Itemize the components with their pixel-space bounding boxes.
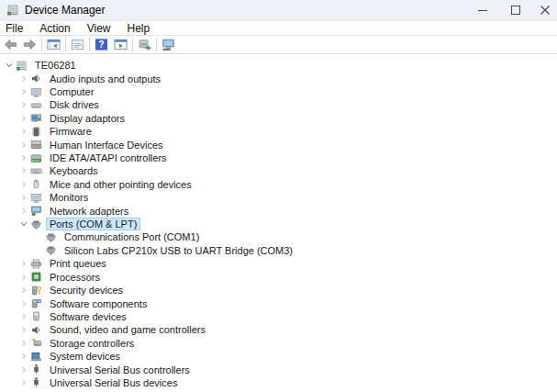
tree-item-keyboards[interactable]: Keyboards xyxy=(0,164,557,177)
tree-item-label: Mice and other pointing devices xyxy=(46,178,195,191)
action-pane-button[interactable] xyxy=(111,37,130,53)
device-manager-window: Device Manager FileActionViewHelp ? TE06… xyxy=(0,0,557,392)
menu-help[interactable]: Help xyxy=(119,21,159,35)
software-device-icon xyxy=(30,310,42,322)
tree-item-communications-port-com1[interactable]: Communications Port (COM1) xyxy=(0,230,557,243)
toolbar-separator xyxy=(65,38,66,51)
chevron-right-icon[interactable] xyxy=(18,338,29,349)
tree-item-monitors[interactable]: Monitors xyxy=(0,191,557,204)
tree-item-ports-com-lpt[interactable]: Ports (COM & LPT) xyxy=(0,218,557,230)
action-pane-icon xyxy=(114,38,128,51)
chevron-right-icon[interactable] xyxy=(18,324,29,335)
tree-item-network-adapters[interactable]: Network adapters xyxy=(0,204,557,217)
chevron-right-icon[interactable] xyxy=(18,258,29,269)
chevron-right-icon[interactable] xyxy=(18,285,29,296)
chevron-right-icon[interactable] xyxy=(18,272,29,283)
chevron-right-icon[interactable] xyxy=(18,86,29,97)
chevron-right-icon[interactable] xyxy=(18,140,29,151)
tree-item-label: Keyboards xyxy=(46,164,102,177)
svg-text:?: ? xyxy=(98,39,104,50)
chevron-down-icon[interactable] xyxy=(4,60,15,71)
tree-item-print-queues[interactable]: Print queues xyxy=(0,257,557,270)
menu-bar: FileActionViewHelp xyxy=(0,21,557,36)
tree-item-processors[interactable]: Processors xyxy=(0,271,557,284)
tree-item-label: Universal Serial Bus controllers xyxy=(46,364,194,376)
title-bar: Device Manager xyxy=(0,0,557,21)
tree-item-universal-serial-bus-controllers[interactable]: Universal Serial Bus controllers xyxy=(0,363,557,375)
chevron-down-icon[interactable] xyxy=(18,218,29,230)
toolbar-separator xyxy=(89,38,90,51)
back-arrow-button[interactable] xyxy=(1,37,20,53)
speaker-icon xyxy=(30,324,42,336)
chevron-right-icon[interactable] xyxy=(18,377,29,388)
tree-item-storage-controllers[interactable]: Storage controllers xyxy=(0,337,557,350)
display-adapter-icon xyxy=(30,112,42,124)
tree-item-security-devices[interactable]: Security devices xyxy=(0,284,557,297)
tree-item-label: Security devices xyxy=(46,284,127,297)
tree-item-label: Computer xyxy=(46,85,97,98)
forward-arrow-button[interactable] xyxy=(20,37,39,53)
console-tree-button[interactable] xyxy=(44,37,63,53)
firmware-chip-icon xyxy=(30,126,42,138)
scan-hardware-button[interactable] xyxy=(135,37,154,53)
minimize-button[interactable] xyxy=(466,0,499,20)
window-controls xyxy=(466,0,557,20)
tree-item-label: Sound, video and game controllers xyxy=(46,323,209,336)
tree-item-te06281[interactable]: TE06281 xyxy=(0,59,557,72)
monitor-icon xyxy=(30,192,42,204)
chevron-right-icon[interactable] xyxy=(18,165,29,176)
chevron-right-icon[interactable] xyxy=(18,179,29,190)
computer-monitor-button[interactable] xyxy=(159,37,178,53)
serial-port-icon xyxy=(45,231,57,243)
chevron-right-icon[interactable] xyxy=(18,351,29,362)
chevron-right-icon[interactable] xyxy=(18,73,29,84)
chevron-right-icon[interactable] xyxy=(18,311,29,322)
tree-item-silicon-labs-cp210x-usb-to-uart-bridge-com3[interactable]: Silicon Labs CP210x USB to UART Bridge (… xyxy=(0,244,557,257)
help-button[interactable]: ? xyxy=(92,37,111,53)
processor-icon xyxy=(30,271,42,283)
chevron-right-icon[interactable] xyxy=(18,126,29,137)
scan-hardware-icon xyxy=(138,38,151,51)
ide-controller-icon xyxy=(30,152,42,164)
serial-port-icon xyxy=(30,218,42,230)
tree-item-ide-ata-atapi-controllers[interactable]: IDE ATA/ATAPI controllers xyxy=(0,151,557,164)
tree-item-audio-inputs-and-outputs[interactable]: Audio inputs and outputs xyxy=(0,72,557,84)
tree-item-label: Audio inputs and outputs xyxy=(46,73,164,85)
tree-item-label: Network adapters xyxy=(46,205,132,218)
chevron-right-icon[interactable] xyxy=(18,113,29,124)
window-title: Device Manager xyxy=(25,0,105,20)
chevron-right-icon[interactable] xyxy=(18,364,29,375)
close-icon xyxy=(540,6,550,15)
tree-item-human-interface-devices[interactable]: Human Interface Devices xyxy=(0,138,557,151)
tree-item-system-devices[interactable]: System devices xyxy=(0,350,557,363)
tree-item-label: Software components xyxy=(46,297,150,310)
speaker-icon xyxy=(30,73,42,84)
tree-item-label: Silicon Labs CP210x USB to UART Bridge (… xyxy=(61,244,296,257)
tree-item-software-devices[interactable]: Software devices xyxy=(0,310,557,323)
usb-icon xyxy=(30,376,42,388)
tree-item-sound-video-and-game-controllers[interactable]: Sound, video and game controllers xyxy=(0,323,557,336)
storage-controller-icon xyxy=(30,337,42,349)
chevron-right-icon[interactable] xyxy=(18,206,29,217)
tree-item-mice-and-other-pointing-devices[interactable]: Mice and other pointing devices xyxy=(0,178,557,191)
menu-action[interactable]: Action xyxy=(31,21,78,35)
tree-item-display-adaptors[interactable]: Display adaptors xyxy=(0,112,557,125)
tree-item-disk-drives[interactable]: Disk drives xyxy=(0,98,557,111)
tree-item-computer[interactable]: Computer xyxy=(0,85,557,98)
menu-file[interactable]: File xyxy=(0,21,31,35)
tree-item-label: Human Interface Devices xyxy=(46,139,167,151)
menu-view[interactable]: View xyxy=(79,21,119,35)
chevron-right-icon[interactable] xyxy=(18,192,29,203)
tree-item-universal-serial-bus-devices[interactable]: Universal Serial Bus devices xyxy=(0,376,557,389)
tree-item-firmware[interactable]: Firmware xyxy=(0,125,557,138)
toolbar-separator xyxy=(41,38,42,51)
properties-button[interactable] xyxy=(68,37,87,53)
tree-item-software-components[interactable]: Software components xyxy=(0,297,557,309)
chevron-right-icon[interactable] xyxy=(18,99,29,110)
maximize-button[interactable] xyxy=(499,0,532,20)
chevron-right-icon[interactable] xyxy=(18,152,29,163)
close-button[interactable] xyxy=(532,0,557,20)
console-tree-icon xyxy=(47,38,61,51)
chevron-right-icon[interactable] xyxy=(18,298,29,309)
tree-item-label: Communications Port (COM1) xyxy=(61,230,203,243)
